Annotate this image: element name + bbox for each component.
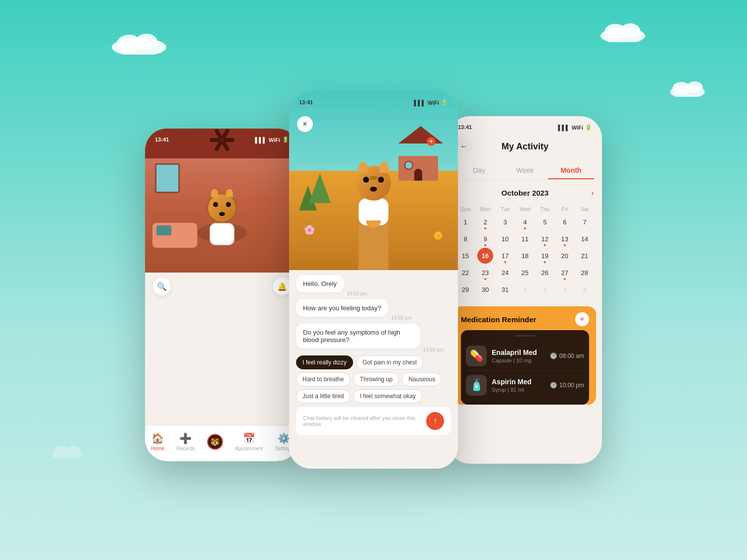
cal-day-20[interactable]: 20 [557,248,573,264]
cal-day-11[interactable]: 11 [517,231,533,247]
cal-day-22[interactable]: 22 [457,265,473,280]
nav-appointment-label: Appoimment [235,446,263,451]
cal-day-1[interactable]: 1 [457,214,473,230]
calendar-section: ‹ October 2023 › Sun Mon Tue Wed Thu Fri… [448,184,602,301]
med-item-1[interactable]: 💊 Enalapril Med Capsule | 10 mg 🕐 08:00 … [466,342,584,370]
window-decoration [155,163,180,193]
symptom-okay[interactable]: I feel somewhat okay [353,389,422,403]
chat-time-2: 14:58 pm [391,315,412,321]
bell-icon[interactable]: 🔔 [273,278,291,295]
med-detail-2: Syrup | 81 ml [492,387,545,393]
cal-day-12[interactable]: 12 [537,231,553,247]
nav-avatar[interactable]: 🐯 [207,434,223,450]
cal-day-9[interactable]: 9 [477,231,493,247]
med-time-1: 🕐 08:00 am [550,352,584,359]
chat-bubble-3: Do you feel any symptoms of high blood p… [296,324,420,349]
chat-bubble-1: Hello, Orely [296,275,344,292]
cal-day-26[interactable]: 26 [537,265,553,280]
appointment-icon: 📅 [243,432,255,444]
tab-month[interactable]: Month [548,162,594,179]
nav-appointment[interactable]: 📅 Appoimment [235,432,263,451]
cal-day-16[interactable]: 16 [477,248,493,264]
cal-day-18[interactable]: 18 [517,248,533,264]
phone1-health: 13:41 ▌▌▌ WiFi 🔋 [145,129,299,461]
back-button[interactable]: ← [456,139,472,154]
cal-day-nov-3[interactable]: 3 [557,281,573,297]
nav-avatar-circle: 🐯 [207,434,223,450]
cal-day-21[interactable]: 21 [577,248,593,264]
symptom-breathe[interactable]: Hard to breathe [296,372,350,386]
med-item-2[interactable]: 🧴 Aspirin Med Syrup | 81 ml 🕐 10:00 pm [466,370,584,400]
symptom-nauseous[interactable]: Nauseous [402,372,442,386]
calendar-nav: ‹ October 2023 › [456,188,594,198]
symptom-chest-pain[interactable]: Got pain in my chest [356,355,423,369]
calendar-month: October 2023 [501,189,548,197]
send-button[interactable]: ↑ [426,412,444,430]
cal-day-31[interactable]: 31 [497,281,513,297]
plus-icon: + [580,314,585,325]
chat-footer-text: Chat history will be cleared after you c… [303,415,426,427]
cal-day-nov-1[interactable]: 1 [517,281,533,297]
chat-message-2: How are you feeling today? 14:58 pm [296,299,451,321]
cal-day-28[interactable]: 28 [577,265,593,280]
cal-day-19[interactable]: 19 [537,248,553,264]
battery-icon-3: 🔋 [585,124,592,131]
medication-header: Medication Reminder + [461,312,589,326]
med-name-1: Enalapril Med [492,349,545,356]
next-month-button[interactable]: › [591,188,594,198]
cal-day-23[interactable]: 23 [477,265,493,280]
symptom-tired[interactable]: Just a little tired [296,389,350,403]
cal-day-6[interactable]: 6 [557,214,573,230]
day-name-tue: Tue [496,204,515,214]
cal-day-nov-2[interactable]: 2 [537,281,553,297]
status-bar-3: 13:41 ▌▌▌ WiFi 🔋 [448,116,602,135]
status-time-1: 13:41 [155,137,169,143]
cal-day-14[interactable]: 14 [577,231,593,247]
clock-icon-1: 🕐 [550,352,557,359]
nav-home[interactable]: 🏠 Home [151,432,164,451]
cal-day-2[interactable]: 2 [477,214,493,230]
top-icons-overlay: 🔍 🔔 [145,278,299,295]
phones-container: 13:41 ▌▌▌ WiFi 🔋 [145,91,602,469]
search-icon[interactable]: 🔍 [153,278,171,295]
cal-day-nov-4[interactable]: 4 [577,281,593,297]
cal-day-30[interactable]: 30 [477,281,493,297]
wifi-icon-1: WiFi [269,137,280,143]
cal-day-8[interactable]: 8 [457,231,473,247]
day-name-sat: Sat [575,204,594,214]
cal-day-29[interactable]: 29 [457,281,473,297]
tab-day[interactable]: Day [456,162,502,179]
bottom-nav: 🏠 Home ➕ Records 🐯 📅 Appoimment ⚙️ Setti… [145,425,299,461]
cal-day-4[interactable]: 4 [517,214,533,230]
chat-close-button[interactable]: × [297,116,313,132]
med-detail-1: Capsule | 10 mg [492,357,545,363]
svg-point-11 [67,446,80,456]
symptom-throwing-up[interactable]: Throwing up [353,372,399,386]
settings-icon: ⚙️ [278,432,290,444]
med-time-2: 🕐 10:00 pm [550,382,584,389]
wifi-icon-2: WiFi [428,100,439,106]
cal-day-10[interactable]: 10 [497,231,513,247]
cal-day-17[interactable]: 17 [497,248,513,264]
phone3-activity: 13:41 ▌▌▌ WiFi 🔋 ← My Activity Day Week … [448,116,602,464]
battery-icon-1: 🔋 [282,137,289,143]
medication-add-button[interactable]: + [575,312,589,326]
cal-day-13[interactable]: 13 [557,231,573,247]
back-icon: ← [460,142,468,151]
cal-day-27[interactable]: 27 [557,265,573,280]
close-icon: × [302,120,307,129]
cal-day-3[interactable]: 3 [497,214,513,230]
cal-day-5[interactable]: 5 [537,214,553,230]
chat-body: Hello, Orely 14:58 pm How are you feelin… [289,270,458,469]
med-info-2: Aspirin Med Syrup | 81 ml [492,378,545,393]
cal-day-24[interactable]: 24 [497,265,513,280]
symptom-dizzy[interactable]: I feel really dizzy [296,355,353,369]
cal-day-7[interactable]: 7 [577,214,593,230]
calendar-days: 1 2 3 4 5 6 7 8 9 10 11 12 13 14 15 16 1… [456,214,594,297]
cal-day-25[interactable]: 25 [517,265,533,280]
status-time-2: 13:41 [299,99,313,106]
activity-header: ← My Activity [448,135,602,158]
tab-week[interactable]: Week [502,162,548,179]
nav-records[interactable]: ➕ Records [176,432,195,451]
cal-day-15[interactable]: 15 [457,248,473,264]
